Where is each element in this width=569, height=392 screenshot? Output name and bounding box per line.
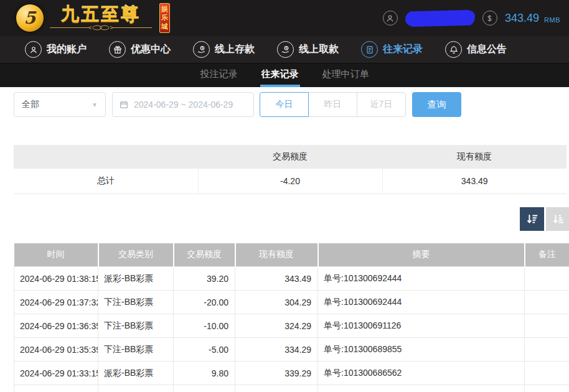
cell-type: 下注-BB彩票 [98,338,174,362]
date-range-value: 2024-06-29 ~ 2024-06-29 [134,100,233,110]
nav-item-deposit[interactable]: $ 线上存款 [193,41,255,58]
col-type: 交易类别 [98,243,174,267]
summary-trade-total: -4.20 [198,169,382,194]
transactions-header-row: 时间 交易类别 交易额度 现有额度 摘要 备注 [14,243,569,267]
cell-balance: 334.29 [235,338,318,362]
cell-note [525,314,569,338]
summary-total-row: 总计 -4.20 343.49 [14,169,567,194]
search-button[interactable]: 查询 [412,92,461,117]
summary-header-trade: 交易额度 [198,145,382,169]
table-row: 2024-06-29 01:33:15 派彩-BB彩票 9.80 339.29 … [14,362,569,385]
svg-text:$: $ [201,46,203,49]
sub-nav: 投注记录 往来记录 处理中订单 [0,63,569,87]
cell-amount: -5.00 [174,338,235,362]
sort-ascending-button[interactable] [546,207,569,231]
sort-ascending-icon [552,212,565,226]
summary-table: 交易额度 现有额度 总计 -4.20 343.49 [14,145,567,194]
withdraw-icon: $ [277,41,294,58]
brand-text: 九五至尊 [49,5,153,31]
nav-item-my-account[interactable]: 我的账户 [25,41,87,58]
type-select[interactable]: 全部 ▼ [14,92,106,117]
dollar-icon [482,11,497,26]
nav-label: 优惠中心 [131,43,171,56]
cell-time [14,385,98,392]
summary-total-label: 总计 [14,169,198,194]
cell-summary [318,385,525,392]
brand-badge: 娱乐城 [159,3,170,32]
cell-amount: 9.80 [174,362,235,385]
nav-label: 信息公告 [467,43,507,56]
sort-descending-button[interactable] [520,207,544,231]
cell-time: 2024-06-29 01:37:32 [14,291,98,314]
summary-header-balance: 现有额度 [382,145,567,169]
user-avatar-icon[interactable] [383,11,398,26]
nav-item-promotions[interactable]: 优惠中心 [109,41,171,58]
cell-summary: 单号:101300692444 [318,291,525,314]
cell-balance: 343.49 [235,267,318,291]
cell-summary: 单号:101300689855 [318,338,525,362]
today-button[interactable]: 今日 [260,92,309,117]
nav-item-withdraw[interactable]: $ 线上取款 [277,41,339,58]
brand-logo[interactable]: 5 九五至尊 娱乐城 [16,3,170,32]
date-range-input[interactable]: 2024-06-29 ~ 2024-06-29 [112,92,254,117]
cell-note [525,267,569,291]
transactions-table: 时间 交易类别 交易额度 现有额度 摘要 备注 2024-06-29 01:38… [14,243,569,392]
cell-amount: 39.20 [174,267,235,291]
topbar: 5 九五至尊 娱乐城 [0,0,569,36]
records-icon [361,41,378,58]
cell-type: 下注-BB彩票 [98,291,174,314]
cell-balance: 339.29 [235,362,318,385]
cell-note [525,291,569,314]
deposit-icon: $ [193,41,210,58]
table-row [14,385,569,392]
tab-pending-orders[interactable]: 处理中订单 [321,63,370,87]
col-summary: 摘要 [318,243,525,267]
col-note: 备注 [525,243,569,267]
cell-summary: 单号:101300692444 [318,267,525,291]
cell-amount [174,385,235,392]
cell-summary: 单号:101300686562 [318,362,525,385]
cell-balance: 304.29 [235,291,318,314]
cell-type: 派彩-BB彩票 [98,362,174,385]
cell-note [525,362,569,385]
table-row: 2024-06-29 01:36:35 下注-BB彩票 -10.00 324.2… [14,314,569,338]
type-select-value: 全部 [22,99,39,110]
redacted-username [405,9,476,27]
cell-time: 2024-06-29 01:35:39 [14,338,98,362]
cell-time: 2024-06-29 01:36:35 [14,314,98,338]
last7days-button[interactable]: 近7日 [357,92,406,117]
tab-transaction-records[interactable]: 往来记录 [260,63,300,87]
nav-label: 我的账户 [47,43,87,56]
account-area: 343.49 RMB [383,11,560,26]
cell-type [98,385,174,392]
main-nav: 我的账户 优惠中心 $ 线上存款 $ 线上取款 [0,36,569,63]
balance-currency: RMB [544,16,560,24]
svg-text:$: $ [285,46,287,49]
cell-note [525,385,569,392]
nav-label: 往来记录 [383,43,423,56]
nav-label: 线上取款 [299,43,339,56]
nav-label: 线上存款 [215,43,255,56]
filter-bar: 全部 ▼ 2024-06-29 ~ 2024-06-29 今日 昨日 近7日 查… [14,92,569,117]
summary-balance-total: 343.49 [382,169,567,194]
cell-balance: 324.29 [235,314,318,338]
yesterday-button[interactable]: 昨日 [308,92,357,117]
transactions-body: 2024-06-29 01:38:15 派彩-BB彩票 39.20 343.49… [14,267,569,392]
quick-date-group: 今日 昨日 近7日 [260,92,406,117]
logo-number: 5 [24,8,36,27]
table-row: 2024-06-29 01:35:39 下注-BB彩票 -5.00 334.29… [14,338,569,362]
col-balance: 现有额度 [235,243,318,267]
sort-descending-icon [525,212,539,226]
cell-type: 下注-BB彩票 [98,314,174,338]
summary-header-empty [14,145,198,169]
nav-item-announcements[interactable]: 信息公告 [445,41,507,58]
cell-balance [235,385,318,392]
nav-item-transactions[interactable]: 往来记录 [361,41,423,58]
cell-amount: -20.00 [174,291,235,314]
balance-amount: 343.49 [505,12,539,25]
tab-betting-records[interactable]: 投注记录 [199,63,239,87]
cell-amount: -10.00 [174,314,235,338]
brand-title: 九五至尊 [61,5,141,24]
cell-summary: 单号:101300691126 [318,314,525,338]
chevron-down-icon: ▼ [92,101,98,108]
